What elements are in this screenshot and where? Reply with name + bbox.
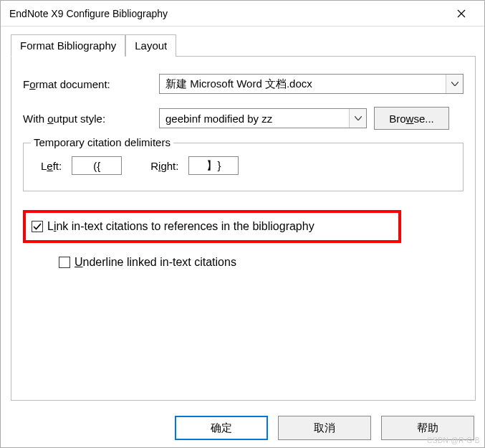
left-delimiter-label: Left: [41, 160, 62, 172]
right-delimiter-label: Right: [150, 160, 178, 172]
close-button[interactable] [447, 3, 476, 24]
link-citations-label: Link in-text citations to references in … [47, 220, 314, 233]
right-delimiter-input[interactable] [188, 156, 239, 175]
tab-strip: Format Bibliography Layout [11, 34, 476, 57]
output-style-row: With output style: geebinf modified by z… [23, 107, 464, 130]
window-title: EndNote X9 Configure Bibliography [9, 8, 168, 19]
format-document-label: Format document: [23, 78, 152, 90]
watermark: CSDN @R·G·B [427, 437, 480, 444]
tab-layout[interactable]: Layout [125, 34, 176, 57]
ok-button[interactable]: 确定 [175, 416, 268, 440]
delimiters-legend: Temporary citation delimiters [31, 136, 173, 148]
format-document-row: Format document: 新建 Microsoft Word 文档.do… [23, 74, 464, 94]
format-document-dropdown[interactable]: 新建 Microsoft Word 文档.docx [159, 74, 464, 94]
output-style-dropdown[interactable]: geebinf modified by zz [159, 108, 367, 128]
browse-button[interactable]: Browse... [374, 107, 449, 130]
underline-citations-checkbox[interactable] [59, 257, 70, 268]
delimiters-fieldset: Temporary citation delimiters Left: Righ… [23, 143, 464, 191]
format-document-value: 新建 Microsoft Word 文档.docx [160, 77, 446, 91]
check-icon [33, 222, 42, 231]
close-icon [457, 9, 466, 18]
dialog-content: Format Bibliography Layout Format docume… [1, 27, 484, 401]
chevron-down-icon [349, 109, 366, 128]
titlebar: EndNote X9 Configure Bibliography [1, 1, 484, 27]
output-style-label: With output style: [23, 113, 152, 125]
cancel-button[interactable]: 取消 [278, 416, 371, 440]
highlight-annotation: Link in-text citations to references in … [23, 210, 401, 243]
chevron-down-icon [446, 75, 463, 93]
tab-format-bibliography[interactable]: Format Bibliography [11, 34, 125, 57]
left-delimiter-input[interactable] [72, 156, 122, 175]
delimiters-row: Left: Right: [34, 156, 453, 175]
underline-citations-row[interactable]: Underline linked in-text citations [59, 256, 464, 269]
link-citations-row[interactable]: Link in-text citations to references in … [32, 220, 314, 233]
link-citations-checkbox[interactable] [32, 221, 43, 232]
tab-panel: Format document: 新建 Microsoft Word 文档.do… [11, 57, 476, 401]
output-style-value: geebinf modified by zz [160, 113, 349, 125]
dialog-window: EndNote X9 Configure Bibliography Format… [0, 0, 485, 448]
underline-citations-label: Underline linked in-text citations [75, 256, 236, 269]
